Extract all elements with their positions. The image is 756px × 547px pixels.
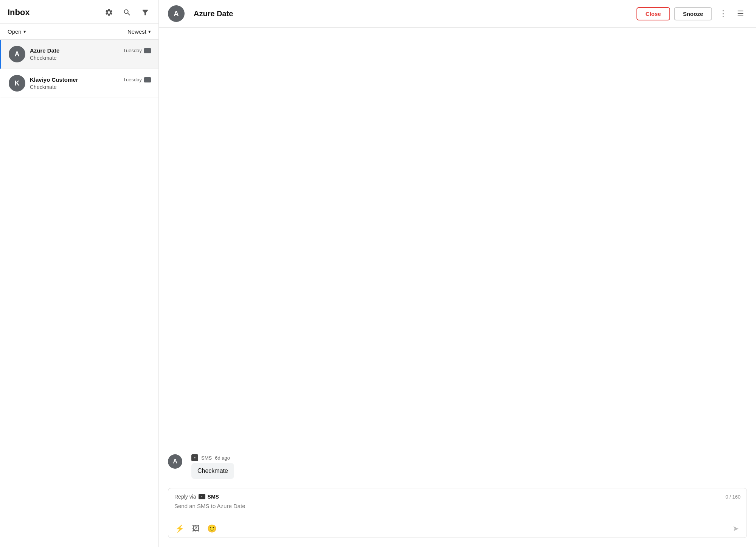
conv-top-klaviyo: Klaviyo Customer Tuesday [30, 76, 151, 83]
message-bubble-wrapper-0: ▪ SMS 6d ago Checkmate [191, 454, 234, 479]
message-row-0: A ▪ SMS 6d ago Checkmate [168, 454, 747, 479]
status-filter-button[interactable]: Open ▾ [8, 28, 26, 35]
conv-content-klaviyo: Klaviyo Customer Tuesday Checkmate [30, 76, 151, 90]
snooze-button[interactable]: Snooze [674, 7, 712, 20]
panel-toggle-icon: ☰ [737, 9, 744, 18]
settings-button[interactable] [103, 7, 115, 18]
char-count: 0 / 160 [725, 494, 740, 500]
reply-via-prefix: Reply via [174, 494, 196, 500]
sort-chevron-icon: ▾ [148, 29, 151, 34]
conv-meta-klaviyo: Tuesday [123, 77, 151, 82]
conversation-list: A Azure Date Tuesday Checkmate K [0, 40, 158, 547]
conv-name-azure-date: Azure Date [30, 47, 59, 54]
lightning-icon: ⚡ [175, 524, 185, 533]
status-chevron-icon: ▾ [23, 29, 26, 34]
filter-button[interactable] [140, 7, 151, 18]
reply-textarea[interactable] [174, 503, 740, 516]
more-options-button[interactable]: ⋮ [716, 7, 730, 20]
status-filter-label: Open [8, 28, 22, 35]
message-timestamp-0: 6d ago [215, 455, 230, 461]
conv-timestamp-klaviyo: Tuesday [123, 77, 142, 82]
conv-name-klaviyo: Klaviyo Customer [30, 76, 78, 83]
panel-toggle-button[interactable]: ☰ [734, 7, 747, 20]
reply-channel-icon: ▪ [199, 494, 205, 499]
image-button[interactable]: 🖼 [191, 523, 200, 534]
conv-channel-icon-klaviyo [144, 77, 151, 82]
message-text-0: Checkmate [197, 468, 228, 474]
send-icon: ➤ [733, 524, 739, 533]
avatar-azure-date: A [9, 46, 25, 62]
send-button[interactable]: ➤ [731, 523, 740, 534]
reply-footer: ⚡ 🖼 🙂 ➤ [174, 521, 740, 534]
conv-preview-klaviyo: Checkmate [30, 84, 151, 90]
reply-header: Reply via ▪ SMS 0 / 160 [174, 494, 740, 500]
message-avatar-0: A [168, 454, 182, 469]
emoji-button[interactable]: 🙂 [206, 523, 217, 534]
message-meta-top-0: ▪ SMS 6d ago [191, 454, 234, 461]
left-panel: Inbox [0, 0, 159, 547]
conversation-area: A ▪ SMS 6d ago Checkmate [159, 28, 756, 488]
avatar-klaviyo: K [9, 75, 25, 92]
right-header: A Azure Date Close Snooze ⋮ ☰ [159, 0, 756, 28]
reply-footer-icons: ⚡ 🖼 🙂 [174, 523, 217, 534]
reply-box: Reply via ▪ SMS 0 / 160 ⚡ 🖼 🙂 [168, 488, 747, 538]
search-button[interactable] [121, 7, 133, 18]
conv-meta-azure-date: Tuesday [123, 48, 151, 53]
image-icon: 🖼 [192, 524, 200, 533]
reply-via: Reply via ▪ SMS [174, 494, 219, 500]
sort-filter-label: Newest [127, 28, 146, 35]
inbox-title: Inbox [8, 8, 30, 17]
message-channel-icon-0: ▪ [191, 454, 198, 461]
avatar-right-header: A [168, 5, 185, 22]
app-container: Inbox [0, 0, 756, 547]
filter-bar: Open ▾ Newest ▾ [0, 24, 158, 40]
contact-name-header: Azure Date [194, 9, 233, 18]
conv-channel-icon-azure-date [144, 48, 151, 53]
gear-icon [105, 8, 113, 17]
emoji-icon: 🙂 [207, 524, 217, 533]
conversation-item-klaviyo[interactable]: K Klaviyo Customer Tuesday Checkmate [0, 69, 158, 98]
message-channel-label-0: SMS [201, 455, 212, 461]
more-options-icon: ⋮ [719, 9, 727, 18]
conv-timestamp-azure-date: Tuesday [123, 48, 142, 53]
right-panel: A Azure Date Close Snooze ⋮ ☰ A [159, 0, 756, 547]
conv-preview-azure-date: Checkmate [30, 55, 151, 61]
header-icons [103, 7, 151, 18]
conversation-item-azure-date[interactable]: A Azure Date Tuesday Checkmate [0, 40, 158, 69]
filter-icon [141, 8, 149, 17]
left-header: Inbox [0, 0, 158, 24]
conv-content-azure-date: Azure Date Tuesday Checkmate [30, 47, 151, 61]
right-header-left: A Azure Date [168, 5, 233, 22]
sort-filter-button[interactable]: Newest ▾ [127, 28, 151, 35]
conv-top-azure-date: Azure Date Tuesday [30, 47, 151, 54]
right-header-actions: Close Snooze ⋮ ☰ [636, 7, 747, 20]
message-bubble-0: Checkmate [191, 463, 234, 479]
close-conversation-button[interactable]: Close [636, 7, 670, 20]
quick-reply-button[interactable]: ⚡ [174, 523, 185, 534]
reply-channel-label: SMS [208, 494, 219, 500]
search-icon [123, 8, 131, 17]
